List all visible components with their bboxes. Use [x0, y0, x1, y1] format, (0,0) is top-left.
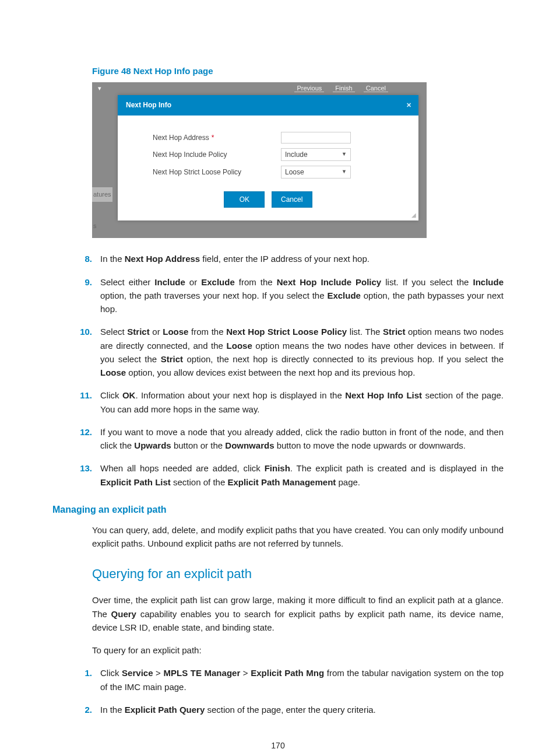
caret-down-icon: ▼: [342, 168, 347, 176]
querying-para1: Over time, the explicit path list can gr…: [92, 593, 504, 634]
querying-para2: To query for an explicit path:: [92, 643, 504, 657]
managing-explicit-path-heading: Managing an explicit path: [52, 503, 504, 517]
close-icon[interactable]: ✕: [406, 100, 411, 110]
step-10: 10. Select Strict or Loose from the Next…: [69, 325, 504, 379]
step-9: 9. Select either Include or Exclude from…: [69, 275, 504, 316]
page-number: 170: [52, 740, 504, 752]
next-hop-info-dialog: Next Hop Info ✕ Next Hop Address* Next H…: [118, 95, 418, 220]
prev-button-dim: Previous: [294, 85, 324, 92]
ok-button[interactable]: OK: [224, 191, 265, 208]
next-hop-address-label: Next Hop Address*: [129, 132, 281, 144]
query-step-1: 1. Click Service > MPLS TE Manager > Exp…: [69, 666, 504, 694]
strict-loose-policy-select[interactable]: Loose▼: [281, 166, 351, 178]
include-policy-label: Next Hop Include Policy: [129, 149, 281, 160]
figure-caption: Figure 48 Next Hop Info page: [92, 64, 504, 78]
step-11: 11. Click OK. Information about your nex…: [69, 388, 504, 416]
step-13: 13. When all hops needed are added, clic…: [69, 461, 504, 489]
side-cropped-text2: s: [92, 219, 98, 233]
next-hop-address-input[interactable]: [281, 132, 351, 144]
managing-explicit-path-para: You can query, add, delete, and modify e…: [92, 523, 504, 551]
resize-handle-icon: ◢: [411, 211, 416, 220]
query-step-2: 2. In the Explicit Path Query section of…: [69, 703, 504, 716]
strict-loose-policy-label: Next Hop Strict Loose Policy: [129, 167, 281, 178]
wizard-dim-buttons: Previous Finish Cancel: [291, 83, 392, 93]
side-cropped-text: atures: [92, 187, 112, 202]
screenshot-figure: ▾ Previous Finish Cancel atures Next Hop…: [92, 82, 427, 238]
chevron-down-icon: ▾: [98, 84, 101, 94]
caret-down-icon: ▼: [342, 150, 347, 159]
step-12: 12. If you want to move a node that you …: [69, 425, 504, 453]
dialog-title-bar: Next Hop Info ✕: [118, 95, 418, 116]
finish-button-dim: Finish: [333, 85, 354, 92]
querying-explicit-path-heading: Querying for an explicit path: [92, 564, 504, 584]
dialog-title: Next Hop Info: [126, 101, 171, 109]
cancel-button[interactable]: Cancel: [272, 191, 312, 208]
include-policy-select[interactable]: Include▼: [281, 148, 351, 161]
cancel-button-dim: Cancel: [364, 85, 388, 92]
step-8: 8. In the Next Hop Address field, enter …: [69, 252, 504, 265]
